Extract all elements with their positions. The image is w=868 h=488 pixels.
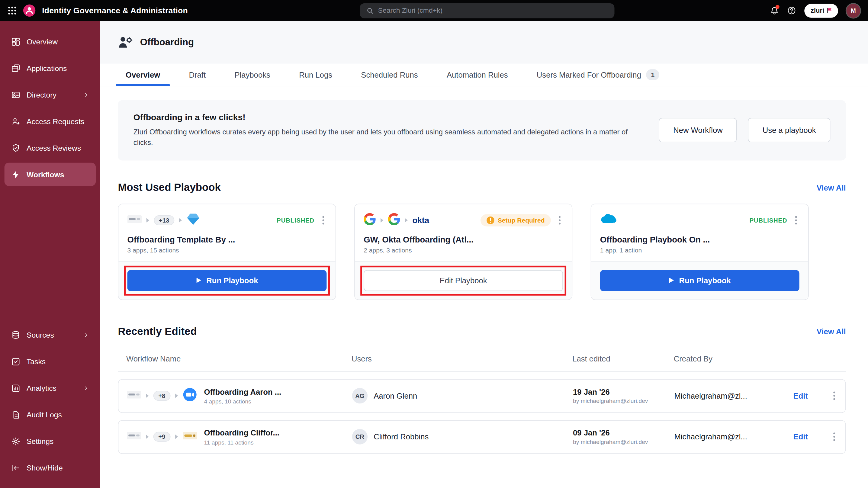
sidebar-item-audit-logs[interactable]: Audit Logs [4, 403, 96, 426]
table-row[interactable]: +9 Offboarding Cliffor... 11 apps, 11 ac… [118, 420, 846, 454]
offboarding-banner: Offboarding in a few clicks! Zluri Offbo… [118, 100, 846, 160]
apps-grid-icon[interactable] [8, 6, 17, 15]
workflow-name: Offboarding Cliffor... [204, 428, 279, 437]
tab-draft[interactable]: Draft [175, 64, 220, 86]
column-last-edited: Last edited [572, 354, 674, 363]
arrow-right-icon [146, 217, 150, 223]
playbook-subtitle: 1 app, 1 action [600, 247, 800, 253]
search-input[interactable] [378, 7, 608, 14]
status-badge: PUBLISHED [750, 217, 787, 223]
sidebar-item-access-reviews[interactable]: Access Reviews [4, 136, 96, 159]
offboarding-icon [118, 36, 132, 49]
sidebar-item-tasks[interactable]: Tasks [4, 350, 96, 373]
access-reviews-icon [11, 143, 21, 152]
edit-playbook-button[interactable]: Edit Playbook [364, 270, 563, 291]
most-used-view-all-link[interactable]: View All [817, 183, 846, 192]
arrow-right-icon [404, 217, 409, 223]
tab-overview[interactable]: Overview [111, 64, 174, 86]
help-button[interactable] [787, 6, 796, 15]
tab-count-badge: 1 [646, 69, 659, 80]
zoom-app-logo [182, 388, 197, 404]
card-menu-button[interactable] [320, 214, 327, 227]
sidebar-item-label: Directory [27, 91, 57, 99]
app-logo [127, 432, 141, 442]
brand-pill-button[interactable]: zluri [805, 4, 838, 18]
new-workflow-button[interactable]: New Workflow [659, 118, 737, 143]
tab-users-marked-for-offboarding[interactable]: Users Marked For Offboarding 1 [522, 64, 674, 86]
edit-link[interactable]: Edit [794, 432, 808, 441]
brand-flag-icon [827, 8, 832, 13]
app-logo-gold [182, 432, 197, 442]
run-playbook-button[interactable]: Run Playbook [600, 270, 800, 291]
last-edited-by: by michaelgraham@zluri.dev [573, 397, 674, 404]
sidebar-item-label: Analytics [27, 384, 57, 392]
card-menu-button[interactable] [793, 214, 800, 227]
setup-required-label: Setup Required [498, 217, 545, 223]
tasks-icon [11, 357, 21, 366]
playbook-subtitle: 3 apps, 15 actions [127, 247, 327, 253]
app-logo-diamond [186, 213, 199, 227]
sidebar-item-overview[interactable]: Overview [4, 30, 96, 53]
help-icon [787, 6, 796, 15]
app-logo [127, 391, 141, 401]
google-logo [388, 213, 400, 227]
run-playbook-button[interactable]: Run Playbook [127, 270, 327, 291]
audit-logs-icon [11, 410, 21, 419]
tab-label: Automation Rules [447, 70, 508, 79]
warning-icon [487, 216, 494, 224]
sidebar-item-applications[interactable]: Applications [4, 57, 96, 80]
card-menu-button[interactable] [556, 214, 563, 227]
user-name: Aaron Glenn [374, 391, 417, 400]
tab-run-logs[interactable]: Run Logs [284, 64, 346, 86]
okta-logo: okta [412, 215, 429, 225]
row-menu-button[interactable] [831, 389, 837, 402]
user-initials-avatar: AG [352, 388, 368, 403]
tab-label: Draft [189, 70, 206, 79]
workflows-icon [11, 170, 21, 179]
sidebar-item-workflows[interactable]: Workflows [4, 163, 96, 186]
tab-automation-rules[interactable]: Automation Rules [432, 64, 522, 86]
tab-label: Overview [126, 70, 160, 79]
sidebar-item-label: Overview [27, 37, 58, 45]
tab-bar: Overview Draft Playbooks Run Logs Schedu… [100, 64, 868, 86]
app-logo [127, 215, 142, 225]
tab-scheduled-runs[interactable]: Scheduled Runs [347, 64, 433, 86]
notifications-button[interactable] [770, 6, 779, 15]
last-edited-date: 09 Jan '26 [573, 428, 674, 437]
user-name: Clifford Robbins [374, 432, 429, 441]
app-root: Identity Governance & Administration zlu… [0, 0, 868, 488]
playbook-title: Offboarding Playbook On ... [600, 235, 800, 244]
arrow-right-icon [145, 434, 150, 439]
sidebar-item-analytics[interactable]: Analytics [4, 376, 96, 399]
overview-icon [11, 37, 21, 46]
tab-label: Playbooks [235, 70, 270, 79]
page-title: Offboarding [140, 37, 194, 48]
table-row[interactable]: +8 Offboarding Aaron ... 4 apps, 10 acti… [118, 379, 846, 413]
play-icon [669, 277, 674, 283]
user-initials-avatar: CR [352, 429, 368, 445]
sidebar-item-directory[interactable]: Directory [4, 83, 96, 106]
global-search[interactable] [360, 3, 614, 18]
applications-icon [11, 63, 21, 73]
main-content: Offboarding Overview Draft Playbooks Run… [100, 21, 868, 488]
sidebar-item-settings[interactable]: Settings [4, 429, 96, 453]
chevron-right-icon [83, 92, 89, 97]
edit-link[interactable]: Edit [794, 391, 808, 400]
playbook-cards: +13 PUBLISHED Offboarding Template By ..… [118, 204, 846, 300]
more-apps-badge: +13 [154, 215, 174, 225]
use-a-playbook-button[interactable]: Use a playbook [748, 118, 830, 143]
arrow-right-icon [174, 393, 179, 399]
sidebar-item-sources[interactable]: Sources [4, 323, 96, 346]
sidebar-item-show-hide[interactable]: Show/Hide [4, 456, 96, 479]
playbook-title: Offboarding Template By ... [127, 235, 327, 244]
last-edited-date: 19 Jan '26 [573, 388, 674, 396]
user-avatar[interactable]: M [846, 4, 861, 18]
playbook-subtitle: 2 apps, 3 actions [364, 247, 563, 253]
tab-playbooks[interactable]: Playbooks [220, 64, 285, 86]
recently-edited-view-all-link[interactable]: View All [817, 327, 846, 336]
sidebar-item-label: Access Reviews [27, 144, 81, 152]
row-menu-button[interactable] [831, 430, 837, 444]
workflow-meta: 4 apps, 10 actions [204, 398, 281, 404]
sidebar-item-label: Audit Logs [27, 410, 62, 419]
sidebar-item-access-requests[interactable]: Access Requests [4, 110, 96, 133]
